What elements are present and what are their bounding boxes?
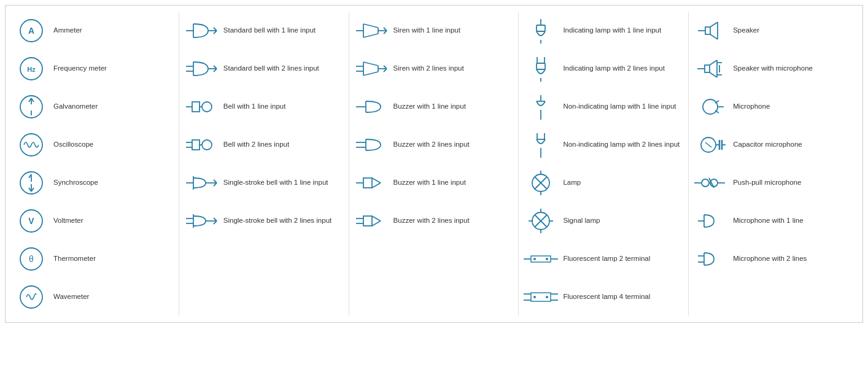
item-siren-1: Siren with 1 line input <box>352 12 516 50</box>
svg-rect-33 <box>192 102 200 112</box>
symbol-std-bell-2 <box>184 55 219 83</box>
item-wavemeter: Wavemeter <box>12 278 176 316</box>
svg-rect-122 <box>705 27 710 34</box>
svg-rect-127 <box>705 65 710 72</box>
svg-line-63 <box>363 62 378 66</box>
column-meters: A Ammeter Hz Frequency meter <box>9 12 179 316</box>
item-speaker: Speaker <box>691 12 856 50</box>
svg-line-77 <box>372 183 381 188</box>
label-buzzer-1: Buzzer with 1 line input <box>393 102 466 112</box>
item-non-ind-lamp-2: Non-indicating lamp with 2 lines input <box>521 126 686 164</box>
label-std-bell-1: Standard bell with 1 line input <box>223 26 316 36</box>
label-lamp: Lamp <box>563 178 581 188</box>
symbol-grid: A Ammeter Hz Frequency meter <box>5 5 863 323</box>
label-fluor-lamp-2: Fluorescent lamp 2 terminal <box>563 254 650 264</box>
svg-line-55 <box>363 34 378 37</box>
svg-rect-38 <box>192 140 200 150</box>
label-bell-1: Bell with 1 line input <box>223 102 286 112</box>
label-microphone: Microphone <box>733 102 770 112</box>
label-ind-lamp-2: Indicating lamp with 2 lines input <box>563 64 665 74</box>
symbol-std-bell-1 <box>184 17 219 45</box>
svg-point-134 <box>703 99 718 114</box>
symbol-bell-1 <box>184 93 219 121</box>
svg-line-76 <box>372 178 381 183</box>
item-single-stroke-bell-2: Single-stroke bell with 2 lines input <box>182 202 346 240</box>
label-mic-2-lines: Microphone with 2 lines <box>733 254 807 264</box>
item-bell-2: Bell with 2 lines input <box>182 126 346 164</box>
symbol-mic-2-lines <box>694 245 728 273</box>
symbol-fluor-lamp-2 <box>524 245 558 273</box>
column-speakers: Speaker Speaker with microphone <box>689 12 859 316</box>
item-non-ind-lamp-1: Non-indicating lamp with 1 line input <box>521 88 686 126</box>
item-ind-lamp-1: Indicating lamp with 1 line input <box>521 12 686 50</box>
svg-point-119 <box>533 296 536 298</box>
label-buzzer-2: Buzzer with 2 lines input <box>393 140 470 150</box>
label-fluor-lamp-4: Fluorescent lamp 4 terminal <box>563 292 650 302</box>
item-synchroscope: Synchroscope <box>12 164 176 202</box>
label-ind-lamp-1: Indicating lamp with 1 line input <box>563 26 661 36</box>
symbol-synchroscope <box>14 169 48 197</box>
item-microphone: Microphone <box>691 88 856 126</box>
label-synchroscope: Synchroscope <box>53 178 98 188</box>
item-buzzer-2b: Buzzer with 2 lines input <box>352 202 516 240</box>
symbol-fluor-lamp-4 <box>524 283 558 311</box>
item-std-bell-1: Standard bell with 1 line input <box>182 12 346 50</box>
svg-point-112 <box>533 258 536 260</box>
symbol-mic-1-line <box>694 207 728 235</box>
item-mic-1-line: Microphone with 1 line <box>691 202 856 240</box>
symbol-signal-lamp <box>524 207 558 235</box>
item-mic-2-lines: Microphone with 2 lines <box>691 240 856 278</box>
label-siren-1: Siren with 1 line input <box>393 26 460 36</box>
symbol-buzzer-1b <box>354 169 389 197</box>
symbol-capacitor-mic <box>694 131 728 159</box>
svg-line-129 <box>710 72 717 77</box>
item-push-pull-mic: Push-pull microphone <box>691 164 856 202</box>
column-lamps: Indicating lamp with 1 line input Indica… <box>519 12 689 316</box>
item-lamp: Lamp <box>521 164 686 202</box>
label-buzzer-2b: Buzzer with 2 lines input <box>393 216 470 226</box>
svg-text:Hz: Hz <box>27 66 36 73</box>
label-wavemeter: Wavemeter <box>53 292 89 302</box>
item-fluor-lamp-4: Fluorescent lamp 4 terminal <box>521 278 686 316</box>
symbol-ind-lamp-1 <box>524 17 558 45</box>
item-signal-lamp: Signal lamp <box>521 202 686 240</box>
label-oscilloscope: Oscilloscope <box>53 140 93 150</box>
symbol-single-stroke-bell-1 <box>184 169 219 197</box>
label-siren-2: Siren with 2 lines input <box>393 64 464 74</box>
item-ind-lamp-2: Indicating lamp with 2 lines input <box>521 50 686 88</box>
label-voltmeter: Voltmeter <box>53 216 83 226</box>
label-single-stroke-bell-1: Single-stroke bell with 1 line input <box>223 178 328 188</box>
svg-text:A: A <box>28 26 34 36</box>
label-capacitor-mic: Capacitor microphone <box>733 140 802 150</box>
label-galvanometer: Galvanometer <box>53 102 98 112</box>
column-bells: Standard bell with 1 line input Standard… <box>179 12 349 316</box>
item-buzzer-2: Buzzer with 2 lines input <box>352 126 516 164</box>
symbol-non-ind-lamp-1 <box>524 93 558 121</box>
symbol-speaker-mic <box>694 55 728 83</box>
symbol-bell-2 <box>184 131 219 159</box>
svg-text:V: V <box>28 216 34 226</box>
item-capacitor-mic: Capacitor microphone <box>691 126 856 164</box>
svg-rect-84 <box>537 25 545 31</box>
label-std-bell-2: Standard bell with 2 lines input <box>223 64 319 74</box>
symbol-buzzer-2 <box>354 131 389 159</box>
symbol-buzzer-2b <box>354 207 389 235</box>
symbol-thermometer: θ <box>14 245 48 273</box>
svg-point-113 <box>546 258 548 260</box>
symbol-oscilloscope <box>14 131 48 159</box>
svg-point-145 <box>702 179 709 187</box>
column-sirens: Siren with 1 line input Siren with 2 lin… <box>349 12 519 316</box>
label-non-ind-lamp-1: Non-indicating lamp with 1 line input <box>563 102 676 112</box>
symbol-lamp <box>524 169 558 197</box>
symbol-speaker <box>694 17 728 45</box>
symbol-voltmeter: V <box>14 207 48 235</box>
label-non-ind-lamp-2: Non-indicating lamp with 2 lines input <box>563 140 680 150</box>
symbol-buzzer-1 <box>354 93 389 121</box>
label-signal-lamp: Signal lamp <box>563 216 600 226</box>
item-voltmeter: V Voltmeter <box>12 202 176 240</box>
item-single-stroke-bell-1: Single-stroke bell with 1 line input <box>182 164 346 202</box>
svg-line-123 <box>710 22 718 27</box>
svg-rect-80 <box>363 216 372 226</box>
svg-line-54 <box>363 24 378 28</box>
symbol-siren-2 <box>354 55 389 83</box>
